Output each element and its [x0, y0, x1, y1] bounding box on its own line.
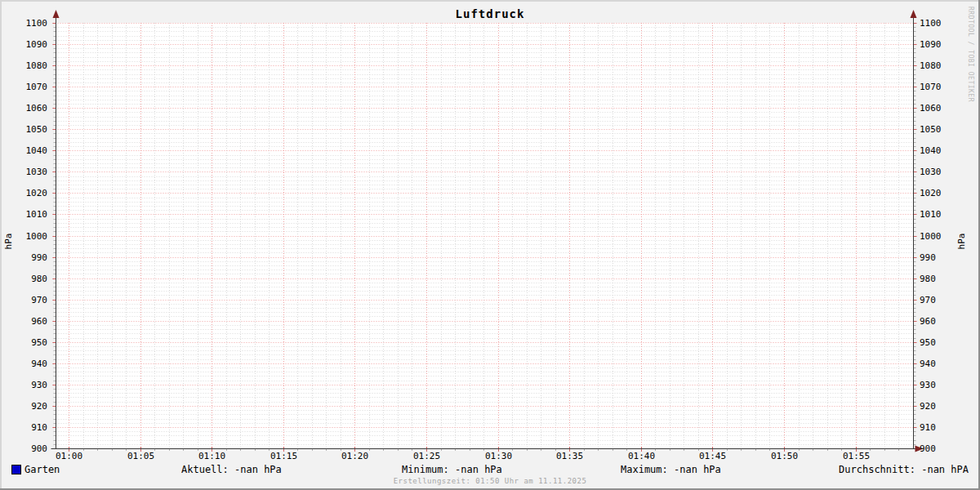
stat-aktuell: Aktuell: -nan hPa [181, 465, 282, 475]
y-axis-label: 1020 [920, 189, 952, 198]
x-axis-label: 01:55 [836, 452, 877, 461]
x-axis-label: 01:30 [479, 452, 519, 461]
x-axis-label: 01:10 [192, 452, 233, 461]
y-axis-label: 970 [15, 296, 47, 305]
legend-series-label: Garten [24, 465, 60, 475]
y-axis-label: 1030 [15, 167, 47, 176]
y-axis-label: 1050 [15, 125, 47, 134]
stat-durchschnitt: Durchschnitt: -nan hPA [839, 465, 969, 475]
y-axis-label: 1000 [15, 232, 47, 241]
y-axis-label: 1010 [920, 210, 952, 219]
y-axis-label: 990 [920, 253, 952, 262]
x-axis-label: 01:15 [264, 452, 305, 461]
y-axis-label: 1100 [920, 19, 952, 28]
y-axis-label: 1040 [920, 146, 952, 155]
x-axis-label: 01:35 [550, 452, 590, 461]
y-axis-label: 930 [920, 381, 952, 390]
y-axis-label: 1060 [920, 104, 952, 113]
y-axis-label: 1100 [15, 19, 47, 28]
y-axis-label: 960 [15, 317, 47, 326]
creation-time-note: Erstellungszeit: 01:50 Uhr am 11.11.2025 [0, 477, 980, 485]
y-axis-label: 1030 [920, 167, 952, 176]
x-axis-label: 01:50 [764, 452, 805, 461]
y-axis-label: 1090 [15, 40, 47, 49]
y-axis-label: 910 [15, 423, 47, 432]
y-axis-label: 1000 [920, 232, 952, 241]
y-axis-label: 1070 [15, 82, 47, 91]
y-axis-unit-right: hPa [956, 233, 967, 251]
rrdtool-graph: Luftdruck hPa hPa 9009109209309409509609… [0, 0, 980, 490]
y-axis-label: 1070 [920, 82, 952, 91]
y-axis-label: 1020 [15, 189, 47, 198]
x-axis-label: 01:00 [49, 452, 90, 461]
y-axis-label: 950 [15, 338, 47, 347]
y-axis-label: 1090 [920, 40, 952, 49]
x-axis-label: 01:25 [407, 452, 448, 461]
x-axis-label: 01:45 [693, 452, 733, 461]
x-axis-label: 01:40 [621, 452, 662, 461]
y-axis-unit-left: hPa [3, 233, 14, 251]
y-axis-label: 960 [920, 317, 952, 326]
x-axis-label: 01:05 [121, 452, 162, 461]
y-axis-label: 980 [920, 274, 952, 283]
y-axis-label: 900 [920, 444, 952, 453]
chart-title: Luftdruck [0, 7, 980, 20]
y-axis-label: 1040 [15, 146, 47, 155]
shade-edge-top [0, 0, 980, 2]
y-axis-label: 1060 [15, 104, 47, 113]
y-axis-label: 920 [15, 402, 47, 411]
y-axis-label: 970 [920, 296, 952, 305]
plot-area [0, 0, 980, 490]
y-axis-label: 990 [15, 253, 47, 262]
y-axis-label: 900 [15, 444, 47, 453]
stat-minimum: Minimum: -nan hPa [402, 465, 502, 475]
legend-color-swatch [11, 465, 21, 474]
y-axis-label: 920 [920, 402, 952, 411]
y-axis-label: 1050 [920, 125, 952, 134]
y-axis-label: 980 [15, 274, 47, 283]
y-axis-label: 910 [920, 423, 952, 432]
y-axis-label: 1080 [920, 61, 952, 70]
y-axis-label: 950 [920, 338, 952, 347]
y-axis-label: 940 [920, 359, 952, 368]
y-axis-label: 1080 [15, 61, 47, 70]
x-axis-label: 01:20 [335, 452, 376, 461]
y-axis-label: 1010 [15, 210, 47, 219]
y-axis-label: 930 [15, 381, 47, 390]
shade-edge-left [0, 0, 2, 490]
y-axis-label: 940 [15, 359, 47, 368]
rrdtool-watermark: RRDTOOL / TOBI OETIKER [967, 7, 974, 102]
stat-maximum: Maximum: -nan hPa [621, 465, 721, 475]
